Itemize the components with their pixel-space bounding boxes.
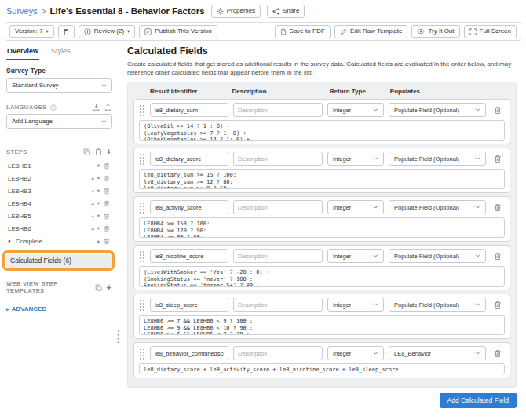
description-input[interactable] bbox=[233, 298, 323, 312]
delete-step-button[interactable] bbox=[103, 188, 111, 195]
sidebar-resize-handle[interactable] bbox=[116, 329, 121, 343]
drag-handle-icon[interactable] bbox=[139, 348, 145, 360]
move-down-icon[interactable]: ▾ bbox=[97, 163, 100, 169]
field-expression-editor[interactable]: LE8HB6 >= 7 && LE8HB6 < 9 ? 100 : LE8HB6… bbox=[139, 315, 505, 335]
review-dropdown[interactable]: Review (2) ▾ bbox=[79, 25, 136, 38]
sidebar-item-step-le8hb1[interactable]: LE8HB1 ▾ bbox=[6, 159, 112, 172]
return-type-select[interactable]: Integer bbox=[327, 152, 384, 166]
result-identifier-input[interactable] bbox=[150, 249, 228, 263]
import-languages-button[interactable] bbox=[104, 104, 112, 111]
add-step-button[interactable]: + bbox=[106, 148, 112, 156]
sidebar-item-step-le8hb2[interactable]: LE8HB2 ▴ ▾ bbox=[6, 172, 112, 184]
copy-template-button[interactable] bbox=[94, 284, 103, 291]
populates-select[interactable]: Populate Field (Optional) bbox=[389, 152, 486, 166]
result-identifier-input[interactable] bbox=[150, 200, 228, 214]
version-dropdown[interactable]: Version: 7 ▾ bbox=[9, 25, 54, 38]
move-down-icon[interactable]: ▾ bbox=[97, 214, 100, 219]
delete-step-button[interactable] bbox=[103, 225, 111, 232]
delete-step-button[interactable] bbox=[103, 163, 111, 170]
move-up-icon[interactable]: ▴ bbox=[91, 201, 93, 206]
delete-field-button[interactable] bbox=[491, 346, 505, 360]
delete-field-button[interactable] bbox=[491, 103, 505, 117]
result-identifier-input[interactable] bbox=[150, 152, 228, 166]
complete-step-dot-icon: ● bbox=[8, 239, 11, 243]
populates-select[interactable]: Populate Field (Optional) bbox=[389, 103, 486, 117]
tab-overview[interactable]: Overview bbox=[6, 45, 39, 60]
delete-field-button[interactable] bbox=[491, 200, 505, 214]
result-identifier-input[interactable] bbox=[150, 298, 228, 312]
sidebar-item-step-complete[interactable]: ● Complete ▴ bbox=[6, 235, 112, 247]
publish-version-button[interactable]: Publish This Version bbox=[139, 25, 217, 38]
export-languages-button[interactable] bbox=[92, 104, 100, 111]
result-identifier-input[interactable] bbox=[150, 103, 228, 117]
populates-select[interactable]: Populate Field (Optional) bbox=[389, 249, 486, 263]
delete-field-button[interactable] bbox=[491, 249, 505, 263]
sidebar-item-step-le8hb6[interactable]: LE8HB6 ▴ ▾ bbox=[6, 222, 112, 235]
paste-steps-button[interactable] bbox=[94, 148, 103, 155]
trash-icon bbox=[104, 225, 110, 232]
description-input[interactable] bbox=[233, 103, 323, 117]
try-it-out-button[interactable]: Try It Out bbox=[411, 25, 459, 38]
properties-button[interactable]: Properties bbox=[211, 5, 261, 18]
add-calculated-field-button[interactable]: Add Calculated Field bbox=[440, 393, 517, 408]
step-label: LE8HB6 bbox=[8, 225, 88, 232]
share-icon bbox=[272, 8, 279, 15]
sidebar-item-step-le8hb5[interactable]: LE8HB5 ▴ ▾ bbox=[6, 210, 112, 222]
move-up-icon[interactable]: ▴ bbox=[91, 214, 93, 219]
sidebar-item-calculated-fields[interactable]: Calculated Fields (6) bbox=[6, 254, 112, 268]
field-expression-editor[interactable]: (LivesWithSmoker == 'Yes' ? -20 : 0) + (… bbox=[139, 266, 505, 287]
breadcrumb: Surveys > Life's Essential 8 - Behavior … bbox=[6, 6, 205, 16]
drag-handle-icon[interactable] bbox=[139, 299, 145, 311]
delete-step-button[interactable] bbox=[103, 200, 111, 207]
share-button[interactable]: Share bbox=[267, 5, 305, 18]
field-expression-editor[interactable]: le8_dietary_sum >= 15 ? 100: le8_dietary… bbox=[139, 169, 505, 189]
flag-version-button[interactable] bbox=[58, 25, 75, 38]
move-down-icon[interactable]: ▾ bbox=[97, 188, 100, 194]
description-input[interactable] bbox=[233, 346, 323, 360]
description-input[interactable] bbox=[233, 249, 323, 263]
field-expression-editor[interactable]: le8_dietary_score + le8_activity_score +… bbox=[139, 363, 505, 374]
move-up-icon[interactable]: ▴ bbox=[91, 176, 93, 181]
add-language-select[interactable]: Add Language bbox=[6, 114, 112, 129]
return-type-select[interactable]: Integer bbox=[327, 103, 384, 117]
breadcrumb-surveys-link[interactable]: Surveys bbox=[6, 6, 38, 16]
delete-step-button[interactable] bbox=[103, 238, 111, 245]
survey-type-select[interactable]: Standard Survey bbox=[6, 78, 112, 93]
description-input[interactable] bbox=[233, 152, 323, 166]
drag-handle-icon[interactable] bbox=[139, 250, 145, 262]
move-down-icon[interactable]: ▾ bbox=[97, 226, 100, 232]
description-input[interactable] bbox=[233, 200, 323, 214]
drag-handle-icon[interactable] bbox=[139, 104, 145, 116]
advanced-toggle[interactable]: ▸ ADVANCED bbox=[6, 305, 112, 312]
move-up-icon[interactable]: ▴ bbox=[91, 226, 93, 232]
field-expression-editor[interactable]: (OliveOil >= 14 ? 1 : 0) + (LeafyVegetab… bbox=[139, 120, 505, 141]
delete-field-button[interactable] bbox=[491, 298, 505, 312]
return-type-select[interactable]: Integer bbox=[327, 298, 384, 312]
field-expression-editor[interactable]: LE8HB4 >= 150 ? 100: LE8HB4 >= 120 ? 90:… bbox=[139, 217, 505, 238]
delete-field-button[interactable] bbox=[491, 152, 505, 166]
drag-handle-icon[interactable] bbox=[139, 202, 145, 214]
populates-select[interactable]: LE8_Behavior bbox=[389, 346, 486, 360]
tab-styles[interactable]: Styles bbox=[50, 45, 71, 60]
move-down-icon[interactable]: ▾ bbox=[97, 176, 100, 181]
save-to-pdf-button[interactable]: Save to PDF bbox=[275, 25, 331, 38]
populates-select[interactable]: Populate Field (Optional) bbox=[389, 298, 486, 312]
full-screen-button[interactable]: Full Screen bbox=[464, 25, 517, 38]
edit-raw-template-button[interactable]: Edit Raw Template bbox=[334, 25, 408, 38]
drag-handle-icon[interactable] bbox=[139, 153, 145, 165]
return-type-select[interactable]: Integer bbox=[327, 249, 384, 263]
return-type-select[interactable]: Integer bbox=[327, 346, 384, 360]
move-up-icon[interactable]: ▴ bbox=[97, 239, 100, 244]
sidebar-item-step-le8hb4[interactable]: LE8HB4 ▴ ▾ bbox=[6, 197, 112, 210]
move-down-icon[interactable]: ▾ bbox=[97, 201, 100, 206]
delete-step-button[interactable] bbox=[103, 175, 111, 182]
sidebar-item-step-le8hb3[interactable]: LE8HB3 ▴ ▾ bbox=[6, 184, 112, 197]
move-up-icon[interactable]: ▴ bbox=[91, 188, 93, 194]
result-identifier-input[interactable] bbox=[150, 346, 228, 360]
copy-steps-button[interactable] bbox=[82, 148, 91, 155]
add-template-button[interactable]: + bbox=[106, 283, 112, 292]
delete-step-button[interactable] bbox=[103, 213, 111, 220]
return-type-select[interactable]: Integer bbox=[327, 200, 384, 214]
chevron-down-icon bbox=[101, 120, 107, 123]
populates-select[interactable]: Populate Field (Optional) bbox=[389, 200, 486, 214]
